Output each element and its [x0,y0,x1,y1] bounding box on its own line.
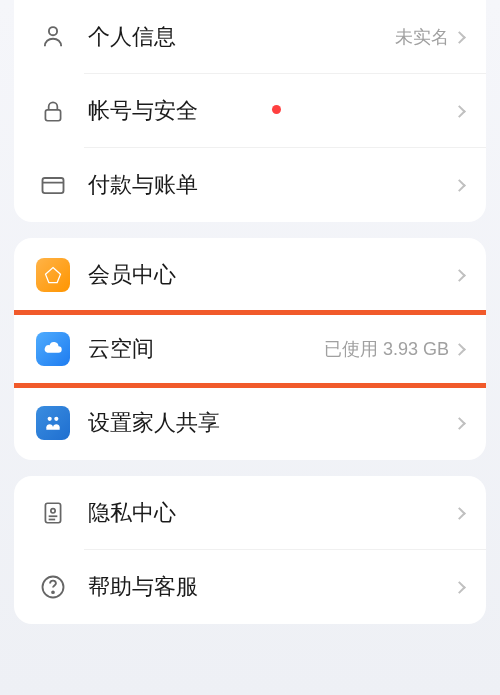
member-center-label: 会员中心 [88,260,455,290]
help-support-label: 帮助与客服 [88,572,455,602]
personal-info-value: 未实名 [395,25,449,49]
section-services: 会员中心 云空间 已使用 3.93 GB [14,238,486,460]
row-privacy-center[interactable]: 隐私中心 [14,476,486,550]
privacy-center-label: 隐私中心 [88,498,455,528]
chevron-right-icon [453,179,466,192]
card-icon [36,168,70,202]
notification-dot-icon [272,105,281,114]
cloud-icon [36,332,70,366]
row-account-security[interactable]: 帐号与安全 [14,74,486,148]
chevron-right-icon [453,417,466,430]
chevron-right-icon [453,343,466,356]
lock-icon [36,94,70,128]
svg-point-4 [48,417,52,421]
privacy-icon [36,496,70,530]
help-icon [36,570,70,604]
row-payment-billing[interactable]: 付款与账单 [14,148,486,222]
svg-point-5 [54,417,58,421]
svg-point-7 [51,509,55,513]
row-cloud-space[interactable]: 云空间 已使用 3.93 GB [14,312,486,386]
cloud-space-value: 已使用 3.93 GB [324,337,449,361]
section-account: 个人信息 未实名 帐号与安全 付款与账单 [14,0,486,222]
svg-point-0 [49,27,57,35]
personal-info-label: 个人信息 [88,22,395,52]
chevron-right-icon [453,31,466,44]
svg-rect-2 [43,178,64,193]
chevron-right-icon [453,105,466,118]
chevron-right-icon [453,507,466,520]
row-member-center[interactable]: 会员中心 [14,238,486,312]
payment-billing-label: 付款与账单 [88,170,455,200]
svg-rect-1 [45,110,60,121]
chevron-right-icon [453,269,466,282]
member-icon [36,258,70,292]
svg-point-11 [52,591,54,593]
row-family-sharing[interactable]: 设置家人共享 [14,386,486,460]
family-icon [36,406,70,440]
cloud-space-label: 云空间 [88,334,324,364]
chevron-right-icon [453,581,466,594]
family-sharing-label: 设置家人共享 [88,408,455,438]
person-icon [36,20,70,54]
section-support: 隐私中心 帮助与客服 [14,476,486,624]
account-security-label: 帐号与安全 [88,96,262,126]
row-help-support[interactable]: 帮助与客服 [14,550,486,624]
row-personal-info[interactable]: 个人信息 未实名 [14,0,486,74]
